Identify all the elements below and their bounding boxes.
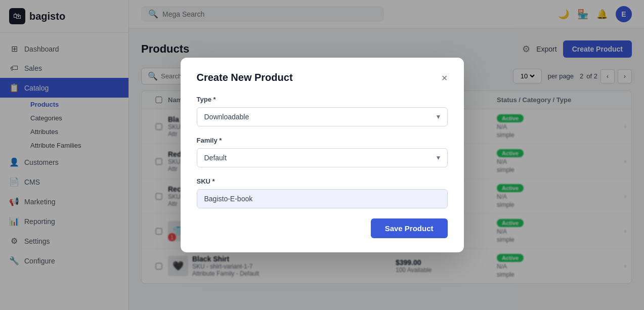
family-select[interactable]: Default [197, 148, 448, 167]
modal-close-button[interactable]: × [442, 73, 448, 83]
type-label: Type * [197, 96, 448, 103]
sku-form-group: SKU * [197, 178, 448, 208]
create-product-modal: Create New Product × Type * Simple Confi… [181, 58, 464, 252]
type-select-wrapper: Simple Configurable Virtual Grouped Down… [197, 107, 448, 126]
family-form-group: Family * Default ▼ [197, 137, 448, 167]
family-label: Family * [197, 137, 448, 144]
modal-header: Create New Product × [197, 72, 448, 83]
sku-input[interactable] [197, 189, 448, 208]
family-select-wrapper: Default ▼ [197, 148, 448, 167]
modal-title: Create New Product [197, 72, 293, 83]
modal-overlay[interactable]: Create New Product × Type * Simple Confi… [0, 0, 644, 310]
type-select[interactable]: Simple Configurable Virtual Grouped Down… [197, 107, 448, 126]
type-form-group: Type * Simple Configurable Virtual Group… [197, 96, 448, 126]
save-product-button[interactable]: Save Product [371, 218, 448, 238]
modal-footer: Save Product [197, 218, 448, 238]
sku-label: SKU * [197, 178, 448, 185]
